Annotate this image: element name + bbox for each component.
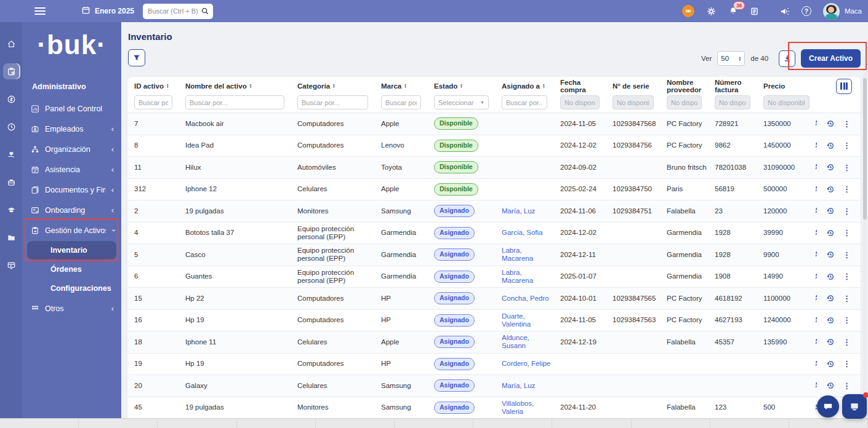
table-row[interactable]: 45 19 pulgadas Monitores Samsung Asignad… <box>127 397 861 419</box>
vertical-scrollbar[interactable] <box>863 57 867 417</box>
assigned-person-link[interactable]: Cordero, Felipe <box>502 360 550 367</box>
assets-rail-icon[interactable] <box>3 63 19 79</box>
more-options-icon[interactable]: ⋮ <box>843 120 851 128</box>
workspace-icon[interactable] <box>3 257 19 273</box>
more-options-icon[interactable]: ⋮ <box>843 316 851 324</box>
reassign-icon[interactable] <box>816 338 818 346</box>
assigned-person-link[interactable]: Concha, Pedro <box>502 295 549 302</box>
history-icon[interactable] <box>826 141 835 150</box>
user-menu[interactable]: Maca <box>823 3 862 20</box>
education-cap-icon[interactable] <box>3 202 19 218</box>
sidebar-item-documentos-y-firma[interactable]: Documentos y Firma ‹ <box>22 180 121 200</box>
scrollbar-thumb[interactable] <box>863 78 867 220</box>
assigned-person-link[interactable]: María, Luz <box>502 207 535 215</box>
more-options-icon[interactable]: ⋮ <box>843 141 851 149</box>
sidebar-subitem-configuraciones[interactable]: Configuraciones <box>27 279 116 298</box>
notifications-bell-icon[interactable]: 36 <box>728 6 738 16</box>
assigned-person-link[interactable]: Aldunce, Susann <box>502 334 529 349</box>
table-row[interactable]: 7 Macbook air Computadores Apple Disponi… <box>127 113 861 135</box>
settings-gear-icon[interactable] <box>706 6 717 17</box>
help-widget-button[interactable] <box>842 394 867 419</box>
filter-nombre-input[interactable] <box>185 95 284 109</box>
announcements-megaphone-icon[interactable] <box>779 6 790 17</box>
more-options-icon[interactable]: ⋮ <box>843 295 851 303</box>
table-row[interactable]: 8 Idea Pad Computadores Lenovo Disponibl… <box>127 135 861 157</box>
table-row[interactable]: 312 Iphone 12 Celulares Apple Disponible… <box>127 178 861 200</box>
home-icon[interactable] <box>3 36 19 52</box>
reassign-icon[interactable] <box>816 207 818 215</box>
col-header-estado[interactable]: Estado▲▼ <box>427 82 495 90</box>
filter-estado-select[interactable]: Seleccionar▼ <box>434 95 489 109</box>
filter-marca-input[interactable] <box>381 95 421 109</box>
more-options-icon[interactable]: ⋮ <box>843 360 851 368</box>
col-header-asignado[interactable]: Asignado a▲▼ <box>495 82 553 90</box>
more-options-icon[interactable]: ⋮ <box>843 338 851 346</box>
more-options-icon[interactable]: ⋮ <box>843 251 851 259</box>
history-icon[interactable] <box>826 119 835 128</box>
sidebar-subitem-inventario[interactable]: Inventario <box>27 241 116 260</box>
sidebar-item-gestion-de-activos[interactable]: Gestión de Activos ‹ <box>22 220 121 240</box>
more-options-icon[interactable]: ⋮ <box>843 229 851 237</box>
sidebar-subitem-ordenes[interactable]: Órdenes <box>27 260 116 279</box>
reassign-icon[interactable] <box>816 360 818 368</box>
col-header-id[interactable]: ID activo▲▼ <box>127 82 179 90</box>
col-header-categoria[interactable]: Categoría▲▼ <box>291 82 374 90</box>
reassign-icon[interactable] <box>816 163 818 172</box>
column-picker-button[interactable] <box>836 79 852 94</box>
history-icon[interactable] <box>826 163 835 172</box>
assigned-person-link[interactable]: Garcia, Sofia <box>502 229 542 236</box>
more-options-icon[interactable]: ⋮ <box>843 207 851 215</box>
table-row[interactable]: 19 Hp 19 Computadores HP Asignado Corder… <box>127 353 861 375</box>
bag-icon[interactable] <box>3 174 19 190</box>
table-row[interactable]: 2 19 pulgadas Monitores Samsung Asignado… <box>127 200 861 222</box>
more-options-icon[interactable]: ⋮ <box>843 164 851 172</box>
table-row[interactable]: 6 Guantes Equipo protección personal (EP… <box>127 266 861 288</box>
history-icon[interactable] <box>826 250 835 259</box>
chat-bubble-button[interactable] <box>817 395 839 418</box>
hamburger-menu-icon[interactable] <box>34 7 46 15</box>
history-icon[interactable] <box>826 185 835 194</box>
table-row[interactable]: 5 Casco Equipo protección personal (EPP)… <box>127 244 861 266</box>
table-row[interactable]: 11 Hilux Automóviles Toyota Disponible 2… <box>127 156 861 178</box>
table-row[interactable]: 16 Hp 19 Computadores HP Asignado Duarte… <box>127 309 861 331</box>
history-icon[interactable] <box>826 338 835 346</box>
reassign-icon[interactable] <box>816 272 818 281</box>
period-selector[interactable]: Enero 2025 <box>81 6 134 17</box>
history-icon[interactable] <box>826 381 835 390</box>
col-header-nombre[interactable]: Nombre del activo▲▼ <box>179 82 291 90</box>
page-size-select[interactable]: 50 ▲▼ <box>717 51 745 66</box>
table-row[interactable]: 20 Galaxy Celulares Samsung Asignado Mar… <box>127 374 861 397</box>
reassign-icon[interactable] <box>816 141 818 150</box>
help-icon[interactable]: ? <box>802 6 811 16</box>
payroll-money-icon[interactable] <box>3 91 19 107</box>
reassign-icon[interactable] <box>816 185 818 194</box>
time-clock-icon[interactable] <box>3 119 19 135</box>
table-row[interactable]: 4 Bototos talla 37 Equipo protección per… <box>127 222 861 244</box>
reassign-icon[interactable] <box>816 316 818 325</box>
more-options-icon[interactable]: ⋮ <box>843 272 851 280</box>
create-asset-button[interactable]: Crear Activo <box>801 49 861 68</box>
sidebar-item-asistencia[interactable]: Asistencia ‹ <box>22 159 121 180</box>
filter-id-input[interactable] <box>134 95 172 109</box>
sidebar-item-empleados[interactable]: Empleados ‹ <box>22 119 121 139</box>
assigned-person-link[interactable]: Labra, Macarena <box>502 247 533 262</box>
history-icon[interactable] <box>826 360 835 368</box>
col-header-marca[interactable]: Marca▲▼ <box>374 82 427 90</box>
download-button[interactable] <box>779 50 795 67</box>
history-icon[interactable] <box>826 272 835 281</box>
folder-icon[interactable] <box>3 229 19 245</box>
sidebar-item-panel-de-control[interactable]: Panel de Control <box>22 98 121 119</box>
benefits-hand-heart-icon[interactable] <box>3 146 19 162</box>
sidebar-item-organizacion[interactable]: Organización ‹ <box>22 139 121 159</box>
history-icon[interactable] <box>826 316 835 325</box>
assigned-person-link[interactable]: Duarte, Valentina <box>502 312 531 328</box>
filter-button[interactable] <box>128 49 145 66</box>
reassign-icon[interactable] <box>816 119 818 128</box>
reassign-icon[interactable] <box>816 229 818 237</box>
table-row[interactable]: 15 Hp 22 Computadores HP Asignado Concha… <box>127 287 861 309</box>
history-icon[interactable] <box>826 294 835 303</box>
history-icon[interactable] <box>826 207 835 215</box>
assigned-person-link[interactable]: Labra, Macarena <box>502 269 533 284</box>
sidebar-item-onboarding[interactable]: Onboarding ‹ <box>22 200 121 220</box>
table-row[interactable]: 18 Iphone 11 Celulares Apple Asignado Al… <box>127 331 861 353</box>
